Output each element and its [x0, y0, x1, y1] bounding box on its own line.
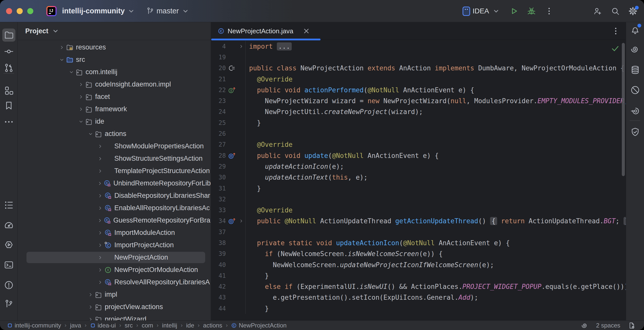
breadcrumb-item-intellij[interactable]: intellij [162, 322, 177, 329]
code-style-settings-icon[interactable] [628, 322, 635, 329]
chevron-right-icon[interactable] [78, 94, 84, 100]
branch-widget[interactable]: master [146, 7, 190, 16]
tree-item-ResolveAllRepositoryLibrariesA[interactable]: CResolveAllRepositoryLibrariesA [18, 276, 211, 288]
code-line-20[interactable]: 20public class NewProjectAction extends … [211, 63, 626, 74]
breadcrumb-item-idea-ui[interactable]: idea-ui [90, 322, 116, 329]
tool-window-button-ai-assistant[interactable] [629, 43, 642, 56]
tree-item-framework[interactable]: framework [18, 103, 211, 115]
tool-window-button-endpoints[interactable] [629, 104, 642, 118]
tree-item-ImportModuleAction[interactable]: CImportModuleAction [18, 227, 211, 239]
code-line-30[interactable]: 30 updateActionText(this, e); [211, 172, 626, 183]
tree-item-impl[interactable]: impl [18, 288, 211, 301]
fold-chevron-icon[interactable] [238, 218, 245, 224]
tree-item-projectWizard[interactable]: projectWizard [18, 313, 211, 320]
breadcrumb-item-actions[interactable]: actions [203, 322, 222, 329]
tool-window-button-commit[interactable] [2, 45, 15, 58]
more-actions-button[interactable] [545, 7, 554, 16]
ai-assistant-status-icon[interactable] [581, 322, 588, 329]
breadcrumb-item-src[interactable]: src [125, 322, 133, 329]
chevron-right-icon[interactable] [78, 106, 84, 112]
minimize-window-button[interactable] [17, 8, 23, 14]
breadcrumb-item-com[interactable]: com [142, 322, 153, 329]
code-line-25[interactable]: 25 } [211, 117, 626, 128]
zoom-window-button[interactable] [27, 8, 33, 14]
tool-window-button-services[interactable] [2, 238, 15, 251]
code-line-44[interactable]: 44 } [211, 303, 626, 314]
chevron-right-icon[interactable] [97, 168, 103, 174]
code-with-me-button[interactable] [593, 7, 602, 16]
chevron-right-icon[interactable] [88, 317, 94, 321]
code-line-41[interactable]: 41 } [211, 270, 626, 281]
tool-window-button-project[interactable] [2, 29, 15, 42]
tree-item-ShowModulePropertiesAction[interactable]: ShowModulePropertiesAction [18, 140, 211, 152]
code-line-19[interactable]: 19 [211, 52, 626, 63]
chevron-right-icon[interactable] [88, 304, 94, 310]
inspections-ok-icon[interactable] [611, 44, 620, 53]
tool-window-button-bookmarks[interactable] [2, 99, 15, 112]
chevron-down-icon[interactable] [59, 57, 65, 63]
breadcrumb-item-NewProjectAction[interactable]: CNewProjectAction [231, 322, 286, 329]
search-everywhere-button[interactable] [611, 7, 620, 16]
tool-window-button-profiler[interactable] [2, 218, 15, 232]
editor-tab-newprojectaction[interactable]: C NewProjectAction.java [211, 22, 321, 40]
gutter-impl-icon[interactable] [226, 64, 238, 72]
tree-item-DisableRepositoryLibrariesShar[interactable]: CDisableRepositoryLibrariesShar [18, 189, 211, 202]
chevron-right-icon[interactable] [97, 193, 103, 199]
tree-item-src[interactable]: src [18, 53, 211, 66]
gutter-iup-icon[interactable]: I [226, 86, 238, 94]
run-button[interactable] [509, 7, 518, 16]
code-line-42[interactable]: 42 else if (ExperimentalUI.isNewUI() && … [211, 281, 626, 292]
tree-item-NewProjectOrModuleAction[interactable]: INewProjectOrModuleAction [18, 264, 211, 276]
code-line-40[interactable]: 40 NewWelcomeScreen.updateNewProjectIcon… [211, 259, 626, 270]
gutter-oup-icon[interactable] [226, 152, 238, 159]
breadcrumb-item-ide[interactable]: ide [186, 322, 194, 329]
chevron-right-icon[interactable] [97, 267, 103, 273]
tree-item-UnbindRemoteRepositoryForLib[interactable]: CUnbindRemoteRepositoryForLib [18, 177, 211, 189]
editor-scrollbar-thumb[interactable] [622, 43, 625, 176]
tool-window-button-no-entry[interactable] [629, 84, 642, 97]
tree-item-ide[interactable]: ide [18, 115, 211, 128]
tool-window-button-database[interactable] [629, 63, 642, 76]
tool-window-button-structure[interactable] [2, 84, 15, 97]
settings-button[interactable] [628, 7, 637, 16]
code-line-39[interactable]: 39 if (NewWelcomeScreen.isNewWelcomeScre… [211, 249, 626, 259]
tool-window-button-notifications[interactable] [629, 23, 642, 36]
close-tab-icon[interactable] [302, 26, 311, 36]
tree-item-resources[interactable]: resources [18, 41, 211, 53]
code-line-24[interactable]: 24 NewProjectUtil.createNewProject(wizar… [211, 106, 626, 117]
tool-window-button-dependencies-check[interactable] [629, 125, 642, 139]
gutter-oup-icon[interactable] [226, 217, 238, 225]
code-line-4[interactable]: 4import ... [211, 41, 626, 52]
chevron-right-icon[interactable] [97, 255, 103, 260]
tree-item-projectView.actions[interactable]: projectView.actions [18, 301, 211, 313]
chevron-right-icon[interactable] [97, 144, 103, 149]
code-line-29[interactable]: 29 updateActionIcon(e); [211, 161, 626, 172]
code-line-23[interactable]: 23 NewProjectWizard wizard = new NewProj… [211, 95, 626, 106]
code-line-37[interactable]: 37 [211, 227, 626, 237]
tree-item-NewProjectAction[interactable]: NewProjectAction [18, 251, 211, 264]
tree-item-actions[interactable]: actions [18, 128, 211, 140]
code-line-28[interactable]: 28 public void update(@NotNull AnActionE… [211, 150, 626, 161]
chevron-right-icon[interactable] [59, 45, 65, 50]
project-widget[interactable]: intellij-community [62, 7, 136, 16]
close-window-button[interactable] [6, 8, 12, 14]
code-line-43[interactable]: 43 e.getPresentation().setIcon(ExpUiIcon… [211, 292, 626, 303]
chevron-down-icon[interactable] [78, 119, 84, 124]
chevron-right-icon[interactable] [97, 242, 103, 248]
chevron-down-icon[interactable] [68, 69, 74, 75]
code-line-32[interactable]: 32 [211, 194, 626, 205]
code-editor[interactable]: 4import ...1920public class NewProjectAc… [211, 40, 626, 320]
chevron-right-icon[interactable] [97, 218, 103, 223]
tool-window-button-problems[interactable] [2, 279, 15, 292]
tree-item-com.intellij[interactable]: com.intellij [18, 66, 211, 78]
code-line-27[interactable]: 27 @Override [211, 139, 626, 150]
run-configuration-selector[interactable]: IDEA [463, 7, 501, 16]
code-line-26[interactable]: 26 [211, 128, 626, 139]
tool-window-button-version-control[interactable] [2, 297, 15, 311]
chevron-right-icon[interactable] [88, 292, 94, 297]
tree-item-GuessRemoteRepositoryForBran[interactable]: CGuessRemoteRepositoryForBran [18, 214, 211, 227]
tree-item-ShowStructureSettingsAction[interactable]: ShowStructureSettingsAction [18, 152, 211, 165]
chevron-down-icon[interactable] [88, 131, 94, 137]
chevron-right-icon[interactable] [97, 156, 103, 161]
fold-chevron-icon[interactable] [238, 44, 245, 49]
